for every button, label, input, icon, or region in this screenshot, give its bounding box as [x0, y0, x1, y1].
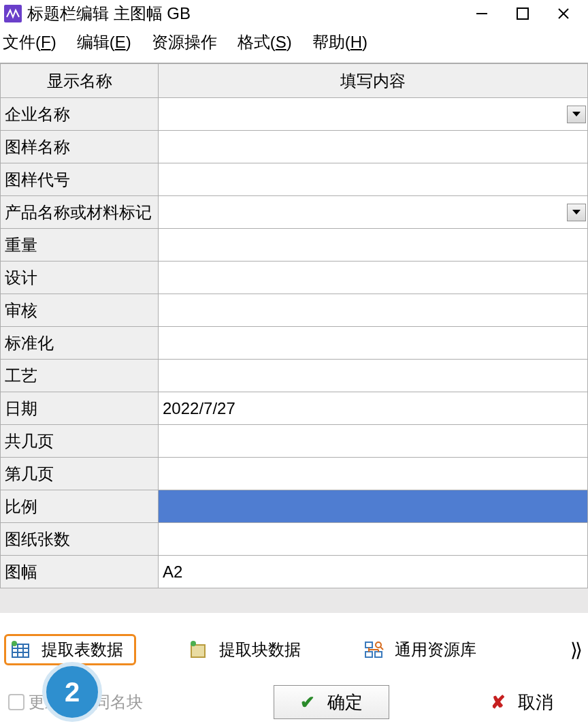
menu-resource[interactable]: 资源操作: [152, 31, 217, 53]
row-value-cell[interactable]: [159, 360, 588, 392]
table-row[interactable]: 产品名称或材料标记: [1, 196, 588, 229]
cancel-button[interactable]: ✘ 取消: [464, 685, 580, 719]
table-row[interactable]: 企业名称: [1, 98, 588, 131]
svg-point-11: [191, 641, 196, 646]
app-icon: [4, 5, 22, 22]
svg-rect-13: [365, 652, 372, 657]
table-row[interactable]: 设计: [1, 262, 588, 294]
extract-table-data-button[interactable]: 提取表数据: [4, 634, 136, 665]
close-button[interactable]: [543, 0, 584, 27]
menu-help[interactable]: 帮助(H): [312, 31, 368, 53]
svg-rect-1: [517, 8, 528, 19]
table-row[interactable]: 图幅A2: [1, 556, 588, 588]
row-value-cell[interactable]: A2: [159, 556, 588, 588]
table-row[interactable]: 图样代号: [1, 163, 588, 196]
resource-library-button[interactable]: 通用资源库: [359, 636, 487, 663]
extract-block-data-label: 提取块数据: [219, 639, 301, 661]
row-value-cell[interactable]: [159, 98, 588, 131]
row-value-cell[interactable]: [159, 163, 588, 196]
bottom-toolbar: 提取表数据 提取块数据 通用资源库 ⟩⟩: [0, 632, 588, 667]
svg-rect-10: [191, 645, 205, 657]
library-icon: [363, 640, 384, 659]
row-name-cell: 图样代号: [1, 163, 159, 196]
row-value-cell[interactable]: [159, 490, 588, 523]
block-icon: [188, 640, 208, 659]
row-name-cell: 图幅: [1, 556, 159, 588]
dropdown-button[interactable]: [567, 106, 586, 123]
window-title: 标题栏编辑 主图幅 GB: [27, 3, 191, 25]
svg-rect-12: [365, 642, 372, 648]
row-value-cell[interactable]: [159, 458, 588, 490]
step-badge: 2: [42, 662, 102, 722]
table-row[interactable]: 日期2022/7/27: [1, 392, 588, 425]
table-row[interactable]: 比例: [1, 490, 588, 523]
cancel-label: 取消: [518, 691, 553, 714]
minimize-button[interactable]: [461, 0, 502, 27]
row-name-cell: 企业名称: [1, 98, 159, 131]
row-value-cell[interactable]: [159, 262, 588, 294]
svg-rect-14: [375, 652, 382, 657]
column-header-value[interactable]: 填写内容: [159, 64, 588, 98]
row-value-cell[interactable]: [159, 131, 588, 163]
row-name-cell: 设计: [1, 262, 159, 294]
row-value-cell[interactable]: [159, 327, 588, 360]
row-value-cell[interactable]: [159, 294, 588, 327]
table-icon: [10, 640, 31, 659]
table-row[interactable]: 工艺: [1, 360, 588, 392]
row-name-cell: 审核: [1, 294, 159, 327]
maximize-button[interactable]: [502, 0, 543, 27]
more-icon[interactable]: ⟩⟩: [570, 639, 584, 661]
row-name-cell: 标准化: [1, 327, 159, 360]
extract-table-data-label: 提取表数据: [42, 639, 123, 661]
row-name-cell: 重量: [1, 229, 159, 262]
table-row[interactable]: 审核: [1, 294, 588, 327]
column-header-name[interactable]: 显示名称: [1, 64, 159, 98]
svg-point-18: [376, 642, 381, 648]
table-row[interactable]: 共几页: [1, 425, 588, 458]
row-name-cell: 图纸张数: [1, 523, 159, 556]
row-value-cell[interactable]: 2022/7/27: [159, 392, 588, 425]
menu-edit[interactable]: 编辑(E): [77, 31, 131, 53]
extract-block-data-button[interactable]: 提取块数据: [184, 636, 312, 663]
row-value-cell[interactable]: [159, 229, 588, 262]
resource-library-label: 通用资源库: [395, 639, 476, 661]
row-name-cell: 第几页: [1, 458, 159, 490]
row-name-cell: 工艺: [1, 360, 159, 392]
check-icon: ✔: [300, 692, 315, 713]
row-name-cell: 比例: [1, 490, 159, 523]
svg-line-19: [380, 647, 383, 650]
table-row[interactable]: 标准化: [1, 327, 588, 360]
dropdown-button[interactable]: [567, 204, 586, 221]
row-name-cell: 产品名称或材料标记: [1, 196, 159, 229]
checkbox-box[interactable]: [8, 694, 24, 710]
row-value-cell[interactable]: [159, 425, 588, 458]
row-name-cell: 日期: [1, 392, 159, 425]
property-grid: 显示名称 填写内容 企业名称图样名称图样代号产品名称或材料标记重量设计审核标准化…: [0, 63, 588, 613]
cross-icon: ✘: [491, 692, 506, 713]
menubar: 文件(F) 编辑(E) 资源操作 格式(S) 帮助(H): [0, 27, 588, 63]
menu-format[interactable]: 格式(S): [238, 31, 292, 53]
menu-file[interactable]: 文件(F): [3, 31, 56, 53]
ok-label: 确定: [327, 691, 363, 714]
row-name-cell: 图样名称: [1, 131, 159, 163]
svg-point-9: [12, 641, 17, 646]
ok-button[interactable]: ✔ 确定: [274, 685, 389, 719]
titlebar: 标题栏编辑 主图幅 GB: [0, 0, 588, 27]
table-row[interactable]: 第几页: [1, 458, 588, 490]
row-value-cell[interactable]: [159, 196, 588, 229]
table-row[interactable]: 图纸张数: [1, 523, 588, 556]
row-value-cell[interactable]: [159, 523, 588, 556]
table-row[interactable]: 重量: [1, 229, 588, 262]
table-row[interactable]: 图样名称: [1, 131, 588, 163]
row-name-cell: 共几页: [1, 425, 159, 458]
